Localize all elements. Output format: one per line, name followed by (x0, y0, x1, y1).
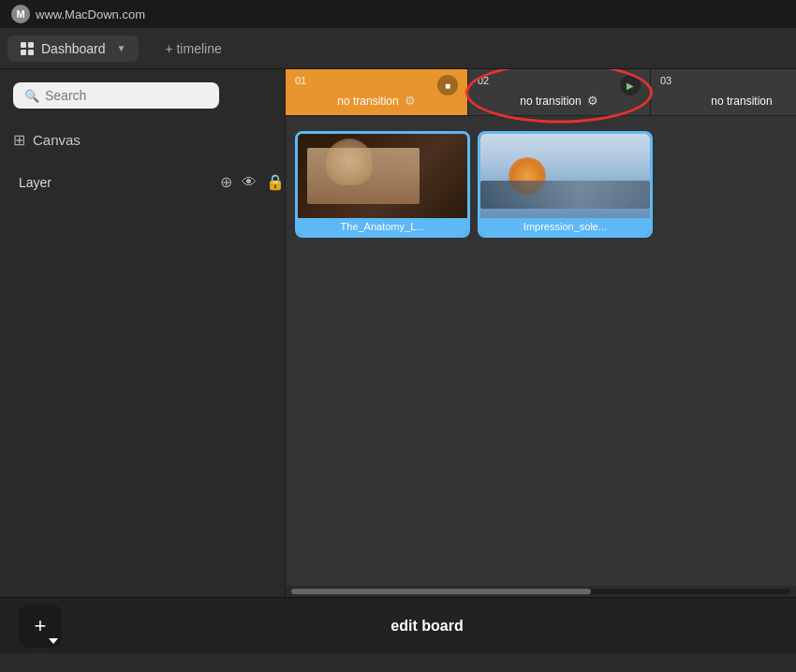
media-card-sunrise[interactable]: Impression_sole... (478, 131, 653, 238)
timeline-slots-header: 01 ■ no transition ⚙ 02 ▶ no transition … (286, 69, 796, 116)
site-logo: M (11, 5, 30, 23)
watermark-bar: M www.MacDown.com (0, 0, 796, 28)
nav-bar: Dashboard ▼ + timeline (0, 28, 796, 69)
timeline-scrollbar[interactable] (286, 586, 796, 597)
media-thumbnail-anatomy (298, 134, 467, 218)
search-input[interactable] (45, 88, 195, 103)
media-label-anatomy: The_Anatomy_L... (298, 218, 467, 235)
layer-controls: ⊕ 👁 🔒 (220, 173, 285, 191)
timeline-slot-01[interactable]: 01 ■ no transition ⚙ (286, 69, 468, 115)
gear-icon-01[interactable]: ⚙ (405, 94, 416, 108)
add-layer-button[interactable]: ⊕ (220, 173, 232, 191)
media-card-anatomy[interactable]: The_Anatomy_L... (295, 131, 470, 238)
slot-01-transition: no transition ⚙ (337, 94, 415, 108)
add-button[interactable]: + (19, 605, 62, 648)
edit-board-label: edit board (391, 618, 463, 635)
canvas-header: ⊞ Canvas (13, 125, 272, 154)
slot-02-number: 02 (478, 75, 489, 86)
dashboard-label: Dashboard (41, 41, 106, 56)
scrollbar-track (291, 589, 790, 594)
track-slot-01: The_Anatomy_L... (295, 131, 470, 571)
empty-slot-03 (660, 131, 796, 571)
slot-02-transition: no transition ⚙ (520, 94, 597, 108)
canvas-title: Canvas (33, 132, 81, 148)
search-box[interactable]: 🔍 (13, 82, 219, 109)
timeline-content: The_Anatomy_L... Impression_sole... (286, 116, 796, 586)
timeline-slot-03[interactable]: 03 ▶ no transition (651, 69, 796, 115)
layer-row: Layer ⊕ 👁 🔒 (0, 162, 285, 202)
anatomy-painting (298, 134, 467, 218)
timeline-panel: 01 ■ no transition ⚙ 02 ▶ no transition … (286, 69, 796, 597)
bottom-bar: + edit board (0, 597, 796, 653)
layer-label: Layer (19, 175, 209, 190)
slot-01-number: 01 (295, 75, 306, 86)
search-container: 🔍 (0, 69, 285, 118)
canvas-section: ⊞ Canvas (0, 118, 285, 162)
media-label-sunrise: Impression_sole... (480, 218, 650, 235)
grid-icon (21, 42, 34, 55)
layers-icon: ⊞ (13, 131, 25, 149)
timeline-slot-02[interactable]: 02 ▶ no transition ⚙ (468, 69, 651, 115)
timeline-tracks: The_Anatomy_L... Impression_sole... (286, 131, 796, 571)
dropdown-arrow-icon (49, 638, 58, 644)
dashboard-button[interactable]: Dashboard ▼ (7, 36, 139, 62)
plus-icon: + (35, 616, 47, 636)
chevron-down-icon: ▼ (117, 43, 126, 53)
left-panel: 🔍 ⊞ Canvas Layer ⊕ 👁 🔒 (0, 69, 286, 597)
track-slot-02: Impression_sole... (478, 131, 653, 571)
add-timeline-button[interactable]: + timeline (154, 36, 232, 62)
gear-icon-02[interactable]: ⚙ (587, 94, 598, 108)
search-icon: 🔍 (24, 89, 39, 103)
scrollbar-thumb[interactable] (291, 589, 591, 594)
play-icon-02: ▶ (620, 75, 641, 95)
media-thumbnail-sunrise (480, 134, 650, 218)
main-content: 🔍 ⊞ Canvas Layer ⊕ 👁 🔒 01 (0, 69, 796, 597)
sunrise-painting (480, 134, 650, 218)
watermark-url: www.MacDown.com (36, 7, 145, 22)
slot-03-number: 03 (660, 75, 671, 86)
eye-icon[interactable]: 👁 (242, 174, 257, 191)
slot-03-transition: no transition (711, 95, 772, 108)
stop-icon: ■ (437, 75, 458, 95)
lock-icon[interactable]: 🔒 (266, 173, 285, 191)
